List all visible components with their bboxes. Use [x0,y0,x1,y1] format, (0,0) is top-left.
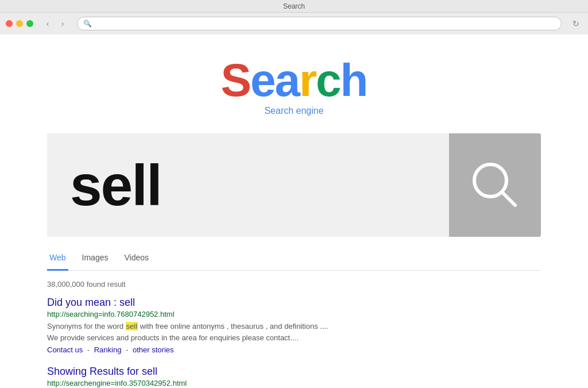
logo-area: Search Search engine [0,34,588,122]
address-search-icon: 🔍 [83,20,92,28]
logo-letter-h: h [341,55,368,106]
result-item: Did you mean : sell http://searching=inf… [47,297,541,354]
search-button-area[interactable] [449,133,541,237]
forward-button[interactable]: › [56,17,69,30]
title-bar: Search [0,0,588,13]
result-link[interactable]: other stories [133,345,174,354]
logo: Search [0,57,588,103]
search-icon-large[interactable] [469,159,521,211]
address-bar[interactable]: 🔍 [77,17,562,30]
search-svg-icon [469,159,521,211]
tab-web[interactable]: Web [47,248,68,271]
logo-letter-c: c [316,55,341,106]
maximize-button[interactable] [26,20,33,27]
result-link[interactable]: Contact us [47,345,83,354]
logo-letter-r: r [299,55,316,106]
search-query-display: sell [70,152,161,218]
snippet-after: with free online antonyms , thesaurus , … [138,322,328,331]
toolbar: ‹ › 🔍 ↻ [0,13,588,34]
result-links: Contact us - Ranking - other stories [47,345,541,354]
minimize-button[interactable] [16,20,23,27]
snippet2: We provide services and products in the … [47,333,299,342]
svg-line-1 [502,192,515,205]
snippet-highlight: sell [126,322,138,331]
tab-images[interactable]: Images [80,248,111,271]
logo-letter-a: a [274,55,299,106]
result-item: Showing Results for sell http://searchen… [47,366,541,388]
result-url: http://searching=info.7680742952.html [47,310,541,318]
logo-letter-S: S [221,55,250,106]
snippet-before: Synonyms for the word [47,322,126,331]
traffic-lights [6,20,33,27]
tabs-container: Web Images Videos [47,248,541,271]
tabs: Web Images Videos [47,248,541,270]
results-count: 38,000,000 found result [47,280,541,289]
main-content: Search Search engine sell Web Images Vid… [0,34,588,388]
result-url: http://searchengine=info.3570342952.html [47,379,541,387]
tab-videos[interactable]: Videos [122,248,151,271]
result-link[interactable]: Ranking [94,345,122,354]
back-button[interactable]: ‹ [41,17,54,30]
window-title: Search [283,2,305,10]
search-input-display[interactable]: sell [47,133,449,237]
logo-subtitle: Search engine [0,106,588,116]
results-container: 38,000,000 found result Did you mean : s… [47,280,541,388]
close-button[interactable] [6,20,13,27]
result-title[interactable]: Did you mean : sell [47,297,541,309]
nav-buttons: ‹ › [41,17,69,30]
logo-letter-e: e [250,55,275,106]
refresh-button[interactable]: ↻ [570,17,582,30]
result-title[interactable]: Showing Results for sell [47,366,541,378]
search-bar[interactable]: sell [47,133,541,237]
result-snippet: Synonyms for the word sell with free onl… [47,321,541,343]
